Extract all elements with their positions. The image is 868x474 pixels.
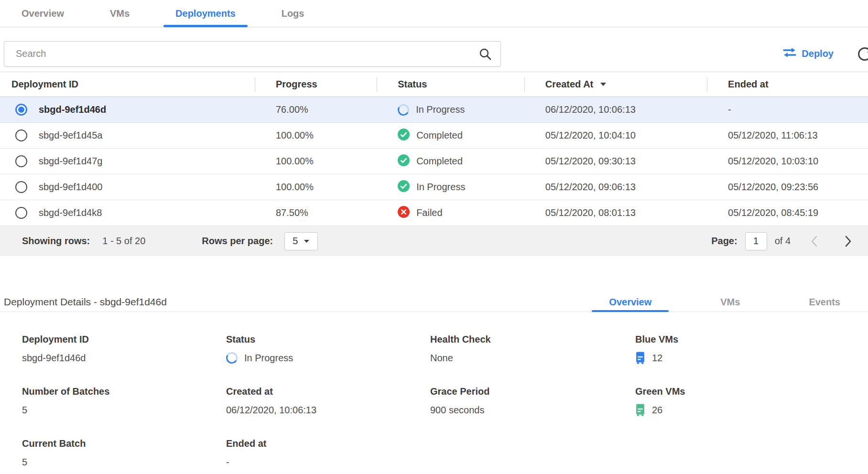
server-icon-green <box>635 404 645 416</box>
search-icon[interactable] <box>479 48 491 62</box>
footer-right-group: Page: of 4 <box>711 232 858 250</box>
tab-logs-label: Logs <box>282 8 304 19</box>
column-header-ended-at[interactable]: Ended at <box>707 72 868 97</box>
check-circle-icon <box>398 154 410 169</box>
tab-deployments-label: Deployments <box>175 8 236 19</box>
progress-value: 100.00% <box>255 156 377 167</box>
ended-at-value: 05/12/2020, 10:03:10 <box>707 156 868 167</box>
deployment-details-section: Deployment Details - sbgd-9ef1d46d Overv… <box>0 292 868 469</box>
details-title: Deployment Details - sbgd-9ef1d46d <box>0 296 167 312</box>
field-grace-period: Grace Period 900 seconds <box>430 386 635 417</box>
created-at-value: 05/12/2020, 08:01:13 <box>524 207 707 218</box>
check-circle-icon <box>398 180 410 194</box>
table-row[interactable]: sbgd-9ef1d45a 100.00% Completed 05/12/20… <box>0 123 868 149</box>
footer-left-group: Showing rows: 1 - 5 of 20 Rows per page:… <box>22 232 318 250</box>
field-green-vms: Green VMs 26 <box>635 386 868 417</box>
rows-per-page-select[interactable]: 5 <box>284 232 318 250</box>
in-progress-spinner-icon <box>396 103 410 117</box>
tab-vms-label: VMs <box>110 8 130 19</box>
refresh-icon[interactable] <box>857 46 868 62</box>
search-box <box>4 41 501 67</box>
created-at-value: 05/12/2020, 09:06:13 <box>524 182 707 193</box>
rows-per-page-value: 5 <box>293 236 298 247</box>
created-at-value: 05/12/2020, 10:04:10 <box>524 130 707 141</box>
progress-value: 87.50% <box>255 207 377 218</box>
row-radio[interactable] <box>15 129 27 141</box>
deployment-id: sbgd-9ef1d46d <box>39 104 106 115</box>
top-tab-bar: Overview VMs Deployments Logs <box>0 0 868 27</box>
ended-at-value: 05/12/2020, 08:45:19 <box>707 207 868 218</box>
deploy-button[interactable]: Deploy <box>782 47 834 60</box>
field-blue-vms: Blue VMs 12 <box>635 334 868 365</box>
progress-value: 76.00% <box>255 104 377 115</box>
field-created-at: Created at 06/12/2020, 10:06:13 <box>226 386 430 417</box>
details-header: Deployment Details - sbgd-9ef1d46d Overv… <box>0 292 868 312</box>
field-ended-at: Ended at - <box>226 438 430 469</box>
details-tab-bar: Overview VMs Events <box>592 292 857 312</box>
field-deployment-id: Deployment ID sbgd-9ef1d46d <box>22 334 226 365</box>
rows-per-page-label: Rows per page: <box>202 236 273 247</box>
showing-rows-label: Showing rows: <box>22 236 90 247</box>
table-header-row: Deployment ID Progress Status Created At… <box>0 72 868 97</box>
ended-at-value: 05/12/2020, 11:06:13 <box>707 130 868 141</box>
progress-value: 100.00% <box>255 182 377 193</box>
column-header-deployment-id[interactable]: Deployment ID <box>0 72 255 97</box>
ended-at-value: - <box>707 104 868 115</box>
progress-value: 100.00% <box>255 130 377 141</box>
search-input[interactable] <box>4 41 501 67</box>
created-at-value: 05/12/2020, 09:30:13 <box>524 156 707 167</box>
details-tab-overview[interactable]: Overview <box>592 292 669 312</box>
ended-at-value: 05/12/2020, 09:23:56 <box>707 182 868 193</box>
page-label: Page: <box>711 236 737 247</box>
showing-rows-value: 1 - 5 of 20 <box>102 236 145 247</box>
table-row[interactable]: sbgd-9ef1d47g 100.00% Completed 05/12/20… <box>0 149 868 174</box>
next-page-icon[interactable] <box>845 236 852 247</box>
table-row[interactable]: sbgd-9ef1d400 100.00% In Progress 05/12/… <box>0 174 868 200</box>
page-number-input[interactable] <box>745 232 767 250</box>
status-label: Failed <box>416 207 442 218</box>
tab-vms[interactable]: VMs <box>98 0 141 27</box>
deployments-page: Overview VMs Deployments Logs Deploy <box>0 0 868 474</box>
toolbar-actions: Deploy <box>782 46 868 62</box>
x-circle-icon <box>398 206 410 220</box>
deployment-id: sbgd-9ef1d4k8 <box>39 207 102 218</box>
swap-arrows-icon <box>782 47 797 60</box>
table-row[interactable]: sbgd-9ef1d4k8 87.50% Failed 05/12/2020, … <box>0 200 868 226</box>
field-current-batch: Current Batch 5 <box>22 438 226 469</box>
field-number-of-batches: Number of Batches 5 <box>22 386 226 417</box>
tab-logs[interactable]: Logs <box>270 0 316 27</box>
deployments-table: Deployment ID Progress Status Created At… <box>0 72 868 226</box>
created-at-value: 06/12/2020, 10:06:13 <box>524 104 707 115</box>
chevron-down-icon <box>304 239 310 243</box>
details-grid: Deployment ID sbgd-9ef1d46d Status In Pr… <box>0 334 868 469</box>
toolbar: Deploy <box>0 27 868 72</box>
tab-overview[interactable]: Overview <box>10 0 76 27</box>
details-tab-vms[interactable]: VMs <box>703 292 757 312</box>
deployment-id: sbgd-9ef1d400 <box>39 182 102 193</box>
previous-page-icon[interactable] <box>811 236 818 247</box>
row-radio-selected[interactable] <box>15 104 27 116</box>
row-radio[interactable] <box>15 207 27 219</box>
details-tab-events[interactable]: Events <box>792 292 857 312</box>
status-label: In Progress <box>416 182 465 193</box>
in-progress-spinner-icon <box>225 351 239 365</box>
deployment-id: sbgd-9ef1d47g <box>39 156 102 167</box>
tab-deployments[interactable]: Deployments <box>163 0 248 27</box>
row-radio[interactable] <box>15 155 27 167</box>
status-label: Completed <box>416 156 463 167</box>
check-circle-icon <box>398 129 410 143</box>
server-icon-blue <box>635 352 645 364</box>
status-label: In Progress <box>416 104 465 115</box>
column-header-progress[interactable]: Progress <box>255 72 377 97</box>
tab-overview-label: Overview <box>22 8 64 19</box>
column-header-status[interactable]: Status <box>377 72 524 97</box>
status-label: Completed <box>416 130 463 141</box>
row-radio[interactable] <box>15 181 27 193</box>
page-total-label: of 4 <box>775 236 791 247</box>
sort-desc-icon <box>600 82 607 86</box>
deployment-id: sbgd-9ef1d45a <box>39 130 102 141</box>
deploy-button-label: Deploy <box>802 48 834 59</box>
table-row[interactable]: sbgd-9ef1d46d 76.00% In Progress 06/12/2… <box>0 97 868 123</box>
column-header-created-at[interactable]: Created At <box>524 72 707 97</box>
field-health-check: Health Check None <box>430 334 635 365</box>
